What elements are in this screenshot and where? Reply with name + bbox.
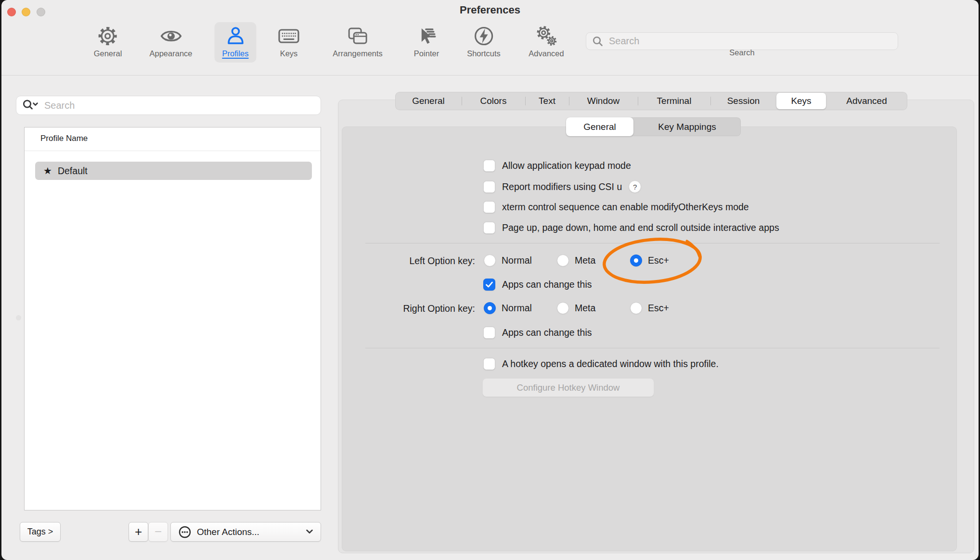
checkbox-row: Page up, page down, home and end scroll … xyxy=(483,222,779,234)
radio-right-normal-group: Normal xyxy=(484,302,532,314)
radio-label: Esc+ xyxy=(648,255,669,266)
radio-left-esc[interactable] xyxy=(630,255,642,267)
toolbar-label: Arrangements xyxy=(333,49,383,58)
radio-left-esc-group: Esc+ xyxy=(630,255,669,267)
checkbox-csi-u[interactable] xyxy=(483,181,495,193)
star-icon: ★ xyxy=(43,166,52,176)
checkbox-label: xterm control sequence can enable modify… xyxy=(502,202,749,213)
list-header-divider xyxy=(25,151,321,151)
checkbox-label: A hotkey opens a dedicated window with t… xyxy=(502,358,719,369)
subtab-general[interactable]: General xyxy=(566,117,633,136)
toolbar-search-input[interactable] xyxy=(608,35,892,47)
radio-left-meta[interactable] xyxy=(557,255,569,267)
toolbar-item-pointer[interactable]: Pointer xyxy=(406,22,447,63)
tab-advanced[interactable]: Advanced xyxy=(826,92,907,110)
keys-subtab-bar: General Key Mappings xyxy=(566,117,741,136)
tab-terminal[interactable]: Terminal xyxy=(638,92,710,110)
toolbar-item-advanced[interactable]: Advanced xyxy=(521,22,571,63)
toolbar-label: Appearance xyxy=(150,49,193,58)
profile-search-field[interactable] xyxy=(16,96,321,115)
radio-label: Meta xyxy=(575,303,595,314)
profile-search-input[interactable] xyxy=(43,100,315,112)
subtab-key-mappings[interactable]: Key Mappings xyxy=(633,117,741,136)
minus-icon: − xyxy=(155,524,162,539)
apps-can-change-row: Apps can change this xyxy=(483,327,592,339)
toolbar-item-keys[interactable]: Keys xyxy=(270,22,308,63)
toolbar-item-shortcuts[interactable]: Shortcuts xyxy=(459,22,508,63)
tab-label: Session xyxy=(727,96,760,106)
help-button[interactable]: ? xyxy=(629,180,641,193)
profile-row-default[interactable]: ★ Default xyxy=(35,162,312,180)
tab-session[interactable]: Session xyxy=(710,92,776,110)
profile-tab-bar: General Colors Text Window Terminal Sess… xyxy=(395,92,907,110)
radio-left-meta-group: Meta xyxy=(557,255,595,267)
toolbar-search-field[interactable] xyxy=(586,32,898,50)
tab-keys[interactable]: Keys xyxy=(776,93,826,109)
right-option-key-label: Right Option key: xyxy=(377,303,475,314)
radio-label: Meta xyxy=(575,255,595,266)
toolbar-label: Pointer xyxy=(414,49,439,58)
subtab-label: Key Mappings xyxy=(658,122,716,132)
checkbox-hotkey-window[interactable] xyxy=(483,358,495,370)
checkbox-left-apps-can-change[interactable] xyxy=(483,279,495,291)
radio-right-esc[interactable] xyxy=(630,302,642,314)
toolbar-item-appearance[interactable]: Appearance xyxy=(142,22,200,63)
checkbox-label: Apps can change this xyxy=(502,327,592,338)
checkbox-keypad-mode[interactable] xyxy=(483,160,495,172)
radio-right-meta-group: Meta xyxy=(557,302,595,314)
tab-general[interactable]: General xyxy=(395,92,462,110)
profile-list-header: Profile Name xyxy=(40,134,88,143)
checkbox-label: Apps can change this xyxy=(502,279,592,290)
checkbox-right-apps-can-change[interactable] xyxy=(483,327,495,339)
tab-text[interactable]: Text xyxy=(525,92,569,110)
tab-label: Terminal xyxy=(657,96,692,106)
cursor-icon xyxy=(415,25,438,47)
gear-icon xyxy=(97,25,119,47)
checkbox-row: xterm control sequence can enable modify… xyxy=(483,201,749,213)
toolbar-item-arrangements[interactable]: Arrangements xyxy=(325,22,390,63)
checkbox-label: Report modifiers using CSI u xyxy=(502,181,622,192)
checkbox-scroll-outside-apps[interactable] xyxy=(483,222,495,234)
gears-icon xyxy=(535,25,557,47)
radio-right-meta[interactable] xyxy=(557,302,569,314)
tab-colors[interactable]: Colors xyxy=(462,92,525,110)
toolbar-label: Keys xyxy=(280,49,298,58)
add-profile-button[interactable]: + xyxy=(129,522,148,542)
toolbar-item-profiles[interactable]: Profiles xyxy=(214,22,256,63)
configure-hotkey-label: Configure Hotkey Window xyxy=(517,382,620,393)
checkbox-label: Allow application keypad mode xyxy=(502,160,631,171)
tab-label: Colors xyxy=(480,96,507,106)
section-divider xyxy=(365,348,940,348)
chevron-down-icon xyxy=(306,530,313,534)
checkbox-row: Allow application keypad mode xyxy=(483,160,631,172)
lightning-icon xyxy=(473,25,495,47)
profile-list: Profile Name ★ Default xyxy=(24,127,321,510)
check-icon xyxy=(484,279,495,291)
person-icon xyxy=(224,25,246,47)
apps-can-change-row: Apps can change this xyxy=(483,279,592,291)
window-title: Preferences xyxy=(1,4,979,16)
preferences-window: Preferences General Appearance Profiles xyxy=(1,0,979,560)
tab-label: Text xyxy=(539,96,555,106)
tags-button[interactable]: Tags > xyxy=(20,522,61,542)
other-actions-dropdown[interactable]: Other Actions... xyxy=(170,522,321,542)
radio-left-normal[interactable] xyxy=(484,255,496,267)
tab-window[interactable]: Window xyxy=(569,92,638,110)
plus-icon: + xyxy=(135,524,142,539)
eye-icon xyxy=(160,25,182,47)
tab-label: Window xyxy=(587,96,620,106)
radio-right-normal[interactable] xyxy=(484,302,496,314)
configure-hotkey-window-button[interactable]: Configure Hotkey Window xyxy=(482,378,654,397)
radio-label: Normal xyxy=(502,255,532,266)
toolbar-label: Advanced xyxy=(529,49,564,58)
toolbar-label: Profiles xyxy=(222,49,248,58)
toolbar-item-general[interactable]: General xyxy=(86,22,130,63)
checkbox-modify-other-keys[interactable] xyxy=(483,201,495,213)
keys-general-panel xyxy=(342,127,957,551)
tab-label: Advanced xyxy=(846,96,887,106)
radio-label: Esc+ xyxy=(648,303,669,314)
tags-button-label: Tags > xyxy=(27,527,53,537)
left-option-key-label: Left Option key: xyxy=(377,255,475,267)
toolbar-search-caption: Search xyxy=(586,48,898,57)
remove-profile-button[interactable]: − xyxy=(148,522,168,542)
